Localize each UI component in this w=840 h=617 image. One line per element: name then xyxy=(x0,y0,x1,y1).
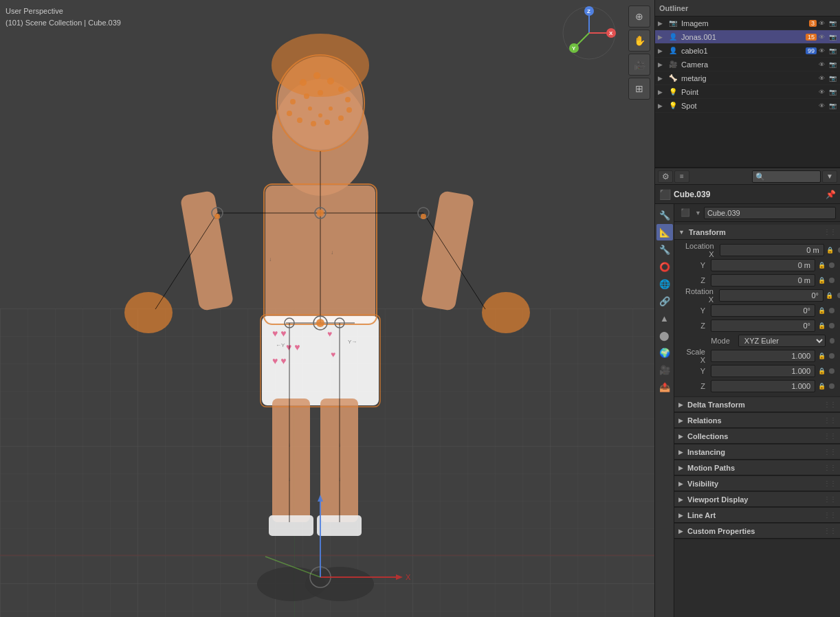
svg-text:↓: ↓ xyxy=(338,476,341,482)
transform-header[interactable]: ▼ Transform ⋮⋮ xyxy=(674,225,840,240)
location-z-lock[interactable]: 🔒 xyxy=(817,276,826,285)
location-y-dot[interactable] xyxy=(829,262,835,268)
data-props-icon[interactable]: ▲ xyxy=(656,310,673,326)
rotation-z-input[interactable] xyxy=(711,319,815,332)
render-toggle[interactable]: 📷 xyxy=(828,19,837,28)
expand-arrow: ▶ xyxy=(658,89,666,96)
render-toggle[interactable]: 📷 xyxy=(828,87,837,97)
outliner-row-spot[interactable]: ▶ 💡 Spot 👁 📷 xyxy=(655,99,840,113)
motion-paths-header[interactable]: ▶ Motion Paths ⋮⋮ xyxy=(674,460,840,475)
viewport-display-header[interactable]: ▶ Viewport Display ⋮⋮ xyxy=(674,492,840,507)
viewport-display-section: ▶ Viewport Display ⋮⋮ xyxy=(674,492,840,508)
svg-point-42 xyxy=(317,210,324,216)
render-toggle[interactable]: 📷 xyxy=(828,32,837,42)
location-z-input[interactable] xyxy=(711,274,815,287)
rotation-mode-select[interactable]: XYZ Euler XZY Euler YXZ Euler YZX Euler … xyxy=(738,335,826,347)
mesh-icon-2: 👤 xyxy=(667,45,678,56)
vis-toggle[interactable]: 👁 xyxy=(817,19,826,28)
viewport[interactable]: ♥ ♥ ♥ ♥ ♥ ♥ ♥ ♥ xyxy=(0,0,654,617)
vis-toggle[interactable]: 👁 xyxy=(817,101,826,111)
grid-view-btn[interactable]: ⊞ xyxy=(628,78,650,100)
transform-section: ▼ Transform ⋮⋮ Location X 🔒 xyxy=(674,225,840,397)
particles-props-icon[interactable]: ⭕ xyxy=(656,258,673,275)
rotation-mode-dot[interactable] xyxy=(830,338,835,344)
props-tool-1[interactable]: ⚙ xyxy=(658,170,673,183)
object-name-input[interactable] xyxy=(704,207,836,219)
scale-x-lock[interactable]: 🔒 xyxy=(817,351,826,361)
scale-x-dot[interactable] xyxy=(829,353,835,359)
pin-icon[interactable]: 📌 xyxy=(826,190,836,199)
location-x-input[interactable] xyxy=(720,244,824,256)
outliner-row-point[interactable]: ▶ 💡 Point 👁 📷 xyxy=(655,85,840,99)
expand-arrow: ▶ xyxy=(658,47,666,54)
cursor-tool-btn[interactable]: ⊕ xyxy=(628,5,650,27)
location-y-lock[interactable]: 🔒 xyxy=(817,260,826,270)
output-props-icon[interactable]: 📤 xyxy=(656,379,673,395)
location-y-input[interactable] xyxy=(711,259,815,271)
instancing-header[interactable]: ▶ Instancing ⋮⋮ xyxy=(674,445,840,460)
motion-paths-section: ▶ Motion Paths ⋮⋮ xyxy=(674,460,840,476)
scale-y-lock[interactable]: 🔒 xyxy=(817,366,826,376)
object-type-icon: ⬛ xyxy=(659,189,671,200)
rotation-z-lock[interactable]: 🔒 xyxy=(817,321,826,330)
outliner-row-imagem[interactable]: ▶ 📷 Imagem 3 👁 📷 xyxy=(655,16,840,30)
world-props-icon[interactable]: 🌍 xyxy=(656,344,673,361)
collections-header[interactable]: ▶ Collections ⋮⋮ xyxy=(674,429,840,444)
location-z-dot[interactable] xyxy=(829,278,835,283)
physics-props-icon[interactable]: 🌐 xyxy=(656,276,673,292)
motion-paths-arrow: ▶ xyxy=(678,464,683,471)
vis-toggle[interactable]: 👁 xyxy=(817,60,826,69)
object-props-icon[interactable]: 📐 xyxy=(656,224,673,240)
svg-text:♥ ♥: ♥ ♥ xyxy=(286,341,300,352)
scene-props-icon[interactable]: 🔧 xyxy=(656,207,673,223)
location-x-dot[interactable] xyxy=(838,247,840,253)
outliner-controls: 👁 📷 xyxy=(817,19,837,28)
vis-toggle[interactable]: 👁 xyxy=(817,74,826,83)
scale-z-input[interactable] xyxy=(711,380,815,392)
outliner-row-metarig[interactable]: ▶ 🦴 metarig 👁 📷 xyxy=(655,71,840,85)
rotation-x-input[interactable] xyxy=(719,289,824,302)
outliner-row-jonas001[interactable]: ▶ 👤 Jonas.001 15 👁 📷 xyxy=(655,30,840,44)
camera-view-btn[interactable]: 🎥 xyxy=(628,54,650,76)
scale-y-input[interactable] xyxy=(711,365,815,377)
rotation-x-dot[interactable] xyxy=(837,293,840,298)
properties-search-input[interactable] xyxy=(752,170,821,183)
vis-toggle[interactable]: 👁 xyxy=(817,46,826,56)
constraints-props-icon[interactable]: 🔗 xyxy=(656,293,673,309)
rotation-y-dot[interactable] xyxy=(829,308,835,313)
properties-toolbar: ⚙ ≡ ▼ xyxy=(655,168,840,185)
render-toggle[interactable]: 📷 xyxy=(828,46,837,56)
render-props-icon[interactable]: 🎥 xyxy=(656,361,673,378)
viewport-gizmo[interactable]: Z X Y xyxy=(562,5,617,60)
rotation-x-lock[interactable]: 🔒 xyxy=(825,291,835,300)
render-toggle[interactable]: 📷 xyxy=(828,60,837,69)
scale-y-dot[interactable] xyxy=(829,368,835,374)
rotation-y-row: Y 🔒 xyxy=(674,303,840,318)
relations-header[interactable]: ▶ Relations ⋮⋮ xyxy=(674,413,840,428)
material-props-icon[interactable]: ⬤ xyxy=(656,327,673,344)
scale-z-dot[interactable] xyxy=(829,383,835,389)
outliner-row-cabelo1[interactable]: ▶ 👤 cabelo1 99 👁 📷 xyxy=(655,44,840,58)
rotation-z-dot[interactable] xyxy=(829,323,835,328)
vis-toggle[interactable]: 👁 xyxy=(817,32,826,42)
hand-tool-btn[interactable]: ✋ xyxy=(628,30,650,52)
scale-z-lock[interactable]: 🔒 xyxy=(817,381,826,391)
props-filter-btn[interactable]: ▼ xyxy=(822,170,837,183)
motion-paths-drag: ⋮⋮ xyxy=(824,464,836,471)
render-toggle[interactable]: 📷 xyxy=(828,74,837,83)
delta-transform-header[interactable]: ▶ Delta Transform ⋮⋮ xyxy=(674,397,840,412)
rotation-y-input[interactable] xyxy=(711,304,815,317)
custom-properties-header[interactable]: ▶ Custom Properties ⋮⋮ xyxy=(674,524,840,539)
props-tool-2[interactable]: ≡ xyxy=(674,170,689,183)
visibility-header[interactable]: ▶ Visibility ⋮⋮ xyxy=(674,476,840,491)
custom-properties-arrow: ▶ xyxy=(678,528,683,535)
svg-text:X: X xyxy=(609,30,613,36)
vis-toggle[interactable]: 👁 xyxy=(817,87,826,97)
render-toggle[interactable]: 📷 xyxy=(828,101,837,111)
location-x-lock[interactable]: 🔒 xyxy=(826,245,835,255)
outliner-row-camera[interactable]: ▶ 🎥 Camera 👁 📷 xyxy=(655,58,840,71)
line-art-header[interactable]: ▶ Line Art ⋮⋮ xyxy=(674,508,840,523)
rotation-y-lock[interactable]: 🔒 xyxy=(817,306,826,315)
modifier-props-icon[interactable]: 🔧 xyxy=(656,241,673,258)
scale-x-input[interactable] xyxy=(711,350,815,362)
